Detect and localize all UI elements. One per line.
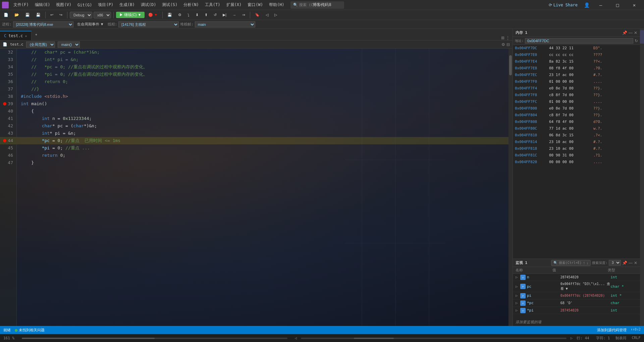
watch-add-item[interactable]: 添加要监视的项 [513, 318, 640, 326]
undo-button[interactable]: ↩ [48, 12, 56, 18]
code-line[interactable]: char* pc = (char*)&n; [17, 122, 508, 130]
menu-debug[interactable]: 调试(D) [138, 1, 159, 8]
redo-button[interactable]: ↪ [57, 12, 65, 18]
restart-button[interactable]: ↺ [211, 12, 219, 18]
code-line[interactable]: int* pi = &n; [17, 130, 508, 137]
code-lines-container[interactable]: // char* pc = (char*)&n; // int* pi = &n… [17, 49, 508, 326]
step-into-button[interactable]: ⬇ [193, 12, 201, 18]
code-line[interactable]: int n = 0x11223344; [17, 115, 508, 122]
menu-view[interactable]: 视图(V) [53, 1, 74, 8]
scroll-thumb[interactable] [509, 55, 512, 75]
memory-row[interactable]: 0x004FF81C 00 90 31 00 .?1. [513, 152, 640, 159]
watch-close-button[interactable]: ✕ [634, 261, 637, 265]
memory-row[interactable]: 0x004FF810 06 8d 3c 15 .?<. [513, 132, 640, 139]
settings-button[interactable]: ⚙ [501, 42, 505, 47]
watch-expand-icon[interactable]: ▷ [516, 308, 520, 313]
thread-select[interactable]: [14176] 主线程 [118, 21, 179, 27]
watch-expand-icon[interactable]: ▷ [516, 275, 520, 279]
process-select[interactable]: [20228] 博客代码8.exe [13, 21, 73, 27]
user-icon[interactable]: 👤 [582, 1, 592, 9]
memory-row[interactable]: 0x004FF7E4 8a 82 3c 15 ??<. [513, 58, 640, 65]
menu-project[interactable]: 项目(P) [95, 1, 116, 8]
menu-tools[interactable]: 工具(T) [202, 1, 223, 8]
watch-expand-icon[interactable]: ▷ [516, 293, 520, 298]
menu-file[interactable]: 文件(F) [11, 1, 32, 8]
menu-help[interactable]: 帮助(H) [266, 1, 287, 8]
step-out-button[interactable]: ⬆ [202, 12, 210, 18]
watch-row[interactable]: ▷ P pi 0x004ff7dc (287454020) int * [513, 292, 640, 299]
platform-select[interactable]: x86 [94, 12, 111, 18]
collapse-editor-button[interactable]: ⋮ [506, 36, 510, 40]
watch-pin-button[interactable]: 📌 [622, 261, 627, 265]
code-line[interactable]: { [17, 108, 508, 115]
scroll-arrow-left[interactable]: ◁ [295, 336, 297, 340]
menu-test[interactable]: 测试(S) [159, 1, 180, 8]
lifecycle-button[interactable]: 生命周期事件 ▼ [75, 21, 106, 28]
run-to-cursor-button[interactable]: ▶| [220, 12, 229, 18]
nav-forward-button[interactable]: ▷ [272, 12, 279, 18]
memory-row[interactable]: 0x004FF818 23 10 ac 00 #.?. [513, 145, 640, 152]
bookmark-button[interactable]: 🔖 [253, 12, 262, 18]
debug-save-button[interactable]: 💾 [165, 12, 174, 18]
show-next-statement-button[interactable]: → [230, 12, 238, 18]
add-tab-button[interactable]: + [33, 31, 40, 38]
memory-row[interactable]: 0x004FF7F4 e0 8e 7d 00 ??}. [513, 85, 640, 92]
watch-row[interactable]: ▷ V n 287454020 int [513, 274, 640, 281]
menu-analyze[interactable]: 分析(N) [181, 1, 202, 8]
code-line[interactable]: // return 0; [17, 78, 508, 85]
memory-row[interactable]: 0x004FF814 23 10 ac 00 #.?. [513, 139, 640, 145]
memory-pin-button[interactable]: 📌 [622, 30, 627, 35]
code-line[interactable]: } [17, 159, 508, 166]
code-line[interactable]: *pc = 0; //重点 已用时间 <= 1ms [17, 137, 508, 144]
save-button[interactable]: 💾 [23, 12, 32, 18]
memory-row[interactable]: 0x004FF7FC 01 00 00 00 .... [513, 98, 640, 105]
search-up-button[interactable]: ↑ [583, 261, 585, 265]
close-button[interactable]: ✕ [627, 0, 642, 10]
nav-back-button[interactable]: ◁ [263, 12, 271, 18]
memory-row[interactable]: 0x004FF7F0 01 00 00 00 .... [513, 78, 640, 85]
new-file-button[interactable]: 📄 [1, 12, 11, 18]
memory-address-input[interactable] [525, 38, 633, 44]
maximize-button[interactable]: □ [610, 0, 625, 10]
watch-row[interactable]: ▷ V *pc 68 'D' char [513, 299, 640, 307]
editor-scrollbar[interactable] [508, 49, 513, 326]
depth-select[interactable]: 3 [609, 260, 621, 266]
code-line[interactable]: *pi = 0; //重点 ... [17, 144, 508, 152]
memory-row[interactable]: 0x004FF804 c8 8f 7d 00 ??}. [513, 112, 640, 119]
menu-edit[interactable]: 编辑(E) [32, 1, 53, 8]
scope-select[interactable]: (全局范围) [26, 42, 55, 48]
menu-window[interactable]: 窗口(W) [245, 1, 266, 8]
save-all-button[interactable]: 💾 [34, 12, 43, 18]
watch-row[interactable]: ▷ P pc 0x004ff7dc "D3\"\x1... 查看 ▼ char … [513, 281, 640, 292]
code-line[interactable]: // *pc = 0; //重点在调试的过程中观察内存的变化。 [17, 63, 508, 71]
source-control-label[interactable]: 添加到源代码管理 [597, 328, 627, 333]
function-select[interactable]: ⬡ main() [58, 42, 80, 48]
memory-row[interactable]: 0x004FF800 e0 8e 7d 00 ??}. [513, 105, 640, 112]
memory-row[interactable]: 0x004FF7E0 cc cc cc cc ???? [513, 52, 640, 58]
menu-git[interactable]: Git(G) [75, 2, 95, 8]
debug-config-select[interactable]: Debug [70, 12, 92, 18]
code-line[interactable]: return 0; [17, 152, 508, 159]
memory-row[interactable]: 0x004FF80C 77 1d ac 00 w.?. [513, 125, 640, 132]
code-line[interactable]: // int* pi = &n; [17, 56, 508, 63]
step-over-button[interactable]: ⤵ [185, 12, 192, 18]
open-file-button[interactable]: 📂 [12, 12, 21, 18]
memory-row[interactable]: 0x004FF820 00 00 00 00 .... [513, 159, 640, 165]
tab-test-c[interactable]: C test.c ✕ [0, 31, 32, 40]
memory-minimize-button[interactable]: — [629, 30, 633, 35]
memory-row[interactable]: 0x004FF7DC 44 33 22 11 D3". [513, 45, 640, 52]
continue-button[interactable]: ▶ 继续(C) ▼ [116, 12, 145, 18]
memory-close-button[interactable]: ✕ [634, 30, 637, 35]
code-line[interactable]: //} [17, 85, 508, 93]
menu-extensions[interactable]: 扩展(X) [224, 1, 245, 8]
stack-select[interactable]: main [195, 21, 255, 27]
watch-expand-icon[interactable]: ▷ [516, 301, 520, 305]
watch-row[interactable]: ▷ V *pi 287454020 int [513, 307, 640, 314]
code-line[interactable]: // *pi = 0; //重点在调试的过程中观察内存的变化。 [17, 71, 508, 78]
code-line[interactable]: int main() [17, 100, 508, 108]
memory-row[interactable]: 0x004FF7E8 08 f8 4f 00 .?O. [513, 65, 640, 72]
minimize-button[interactable]: — [593, 0, 608, 10]
live-share-button[interactable]: ⟳ Live Share [546, 2, 580, 8]
search-down-button[interactable]: ↓ [586, 261, 588, 265]
menu-build[interactable]: 生成(B) [117, 1, 138, 8]
